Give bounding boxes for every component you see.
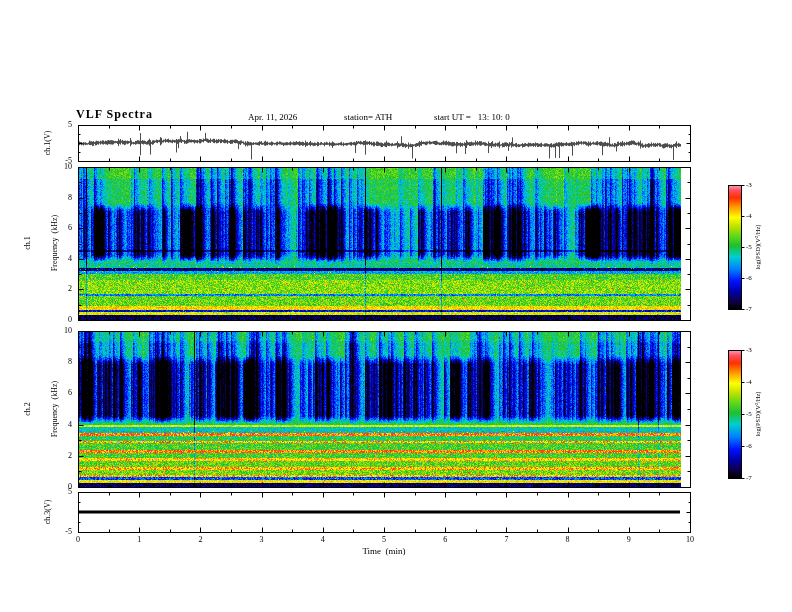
x-tick-label: 6 (436, 535, 454, 544)
x-tick-label: 4 (314, 535, 332, 544)
ch2_spectrogram-ytick-label: 2 (52, 451, 72, 460)
colorbar1-tick-label: -6 (746, 274, 762, 282)
ch1_spectrogram-ytick-label: 4 (52, 254, 72, 263)
colorbar1-tick-label: -3 (746, 181, 762, 189)
x-tick-label: 7 (497, 535, 515, 544)
x-tick-label: 5 (375, 535, 393, 544)
colorbar1-tick-label: -7 (746, 305, 762, 313)
x-tick-label: 9 (620, 535, 638, 544)
ch2_spectrogram-ytick-label: 6 (52, 388, 72, 397)
ch1-frequency-axis-label-line1: ch.1 (23, 215, 32, 271)
station-label: station= ATH (344, 112, 392, 122)
colorbar1-tick-label: -4 (746, 212, 762, 220)
vlf-spectra-figure: VLF Spectra Apr. 11, 2026 station= ATH s… (0, 0, 792, 612)
colorbar2-tick-label: -4 (746, 378, 762, 386)
ch1-voltage-axis-label: ch.1(V) (43, 131, 52, 156)
ch2_spectrogram-ytick-label: 4 (52, 420, 72, 429)
colorbar2-tick-label: -5 (746, 410, 762, 418)
ch2_spectrogram-ytick-label: 8 (52, 357, 72, 366)
ch2_spectrogram-ytick-label: 0 (52, 482, 72, 491)
ch1_spectrogram-ytick-label: 2 (52, 284, 72, 293)
x-tick-label: 1 (130, 535, 148, 544)
x-tick-label: 2 (191, 535, 209, 544)
ch1_spectrogram-ytick-label: 10 (52, 162, 72, 171)
x-tick-label: 10 (681, 535, 699, 544)
ch1_spectrogram-ytick-label: 8 (52, 193, 72, 202)
ch1_spectrogram-ytick-label: 0 (52, 315, 72, 324)
ch1_spectrogram-ytick-label: 6 (52, 223, 72, 232)
x-tick-label: 8 (559, 535, 577, 544)
ch2_spectrogram-ytick-label: 10 (52, 326, 72, 335)
ch3_waveform-ytick-label: -5 (52, 527, 72, 536)
colorbar1-tick-label: -5 (746, 243, 762, 251)
spectra-plot-canvas (0, 0, 792, 612)
colorbar2-tick-label: -7 (746, 474, 762, 482)
colorbar2-tick-label: -3 (746, 346, 762, 354)
ch3-voltage-axis-label: ch.3(V) (43, 500, 52, 525)
figure-title: VLF Spectra (76, 107, 153, 122)
date-label: Apr. 11, 2026 (248, 112, 297, 122)
ch2-frequency-axis-label-line1: ch.2 (23, 381, 32, 437)
x-axis-label: Time (min) (362, 546, 405, 556)
x-tick-label: 3 (253, 535, 271, 544)
x-tick-label: 0 (69, 535, 87, 544)
ch1_waveform-ytick-label: 5 (52, 120, 72, 129)
colorbar2-tick-label: -6 (746, 442, 762, 450)
start-ut-label: start UT = 13: 10: 0 (434, 112, 510, 122)
